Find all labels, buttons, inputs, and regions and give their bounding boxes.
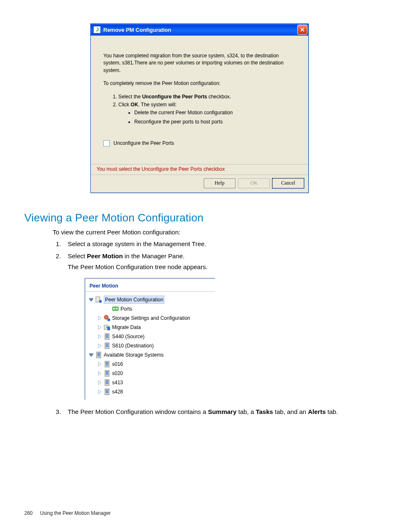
dialog-bullets: Delete the current Peer Motion configura…	[123, 109, 296, 126]
svg-marker-37	[98, 380, 101, 385]
tree-node-migrate[interactable]: Migrate Data	[89, 323, 213, 332]
svg-marker-22	[89, 354, 93, 357]
svg-marker-6	[98, 316, 101, 320]
svg-rect-40	[106, 382, 108, 383]
chevron-right-icon[interactable]	[97, 362, 102, 367]
dialog-title: Remove PM Configuration	[103, 27, 297, 33]
svg-rect-39	[106, 380, 108, 381]
peer-motion-tree-panel: Peer Motion Peer Motion Configuration Po…	[84, 278, 215, 400]
chevron-right-icon[interactable]	[97, 371, 102, 376]
close-button[interactable]: ✕	[297, 25, 307, 35]
svg-marker-0	[89, 298, 93, 301]
dialog-body: You have completed migration from the so…	[91, 36, 308, 164]
storage-icon	[104, 361, 110, 368]
svg-rect-8	[107, 319, 110, 321]
storage-icon	[104, 342, 110, 349]
tree-label: s016	[112, 360, 123, 368]
chapter-name: Using the Peer Motion Manager	[40, 510, 110, 516]
svg-rect-26	[97, 355, 100, 356]
step-1: Select a storage system in the Managemen…	[63, 239, 375, 249]
tree-node-source[interactable]: S440 (Source)	[89, 332, 213, 341]
svg-marker-42	[98, 390, 101, 394]
help-button[interactable]: Help	[204, 178, 235, 188]
tree-label: S610 (Destination)	[112, 342, 153, 350]
remove-pm-config-dialog: Remove PM Configuration ✕ You have compl…	[90, 23, 309, 193]
storage-icon	[95, 352, 102, 358]
svg-rect-30	[106, 363, 108, 364]
svg-rect-5	[116, 308, 118, 309]
checkbox-row: Unconfigure the Peer Ports	[103, 140, 296, 147]
chevron-right-icon[interactable]	[97, 325, 102, 330]
svg-marker-17	[98, 344, 101, 348]
svg-rect-21	[106, 346, 108, 347]
error-message: You must select the Unconfigure the Peer…	[91, 164, 308, 175]
tree-header: Peer Motion	[85, 279, 215, 292]
tree-node-available[interactable]: Available Storage Systems	[89, 350, 213, 360]
tree-node-root[interactable]: Peer Motion Configuration	[89, 295, 213, 304]
button-row: Help OK Cancel	[91, 175, 308, 193]
svg-rect-29	[106, 362, 108, 363]
ports-icon	[112, 306, 119, 312]
titlebar: Remove PM Configuration ✕	[91, 24, 308, 36]
dialog-bullet-1: Delete the current Peer Motion configura…	[134, 109, 296, 116]
checkbox-label: Unconfigure the Peer Ports	[113, 140, 174, 146]
chevron-right-icon[interactable]	[97, 380, 102, 385]
app-icon	[93, 26, 101, 33]
tree-label: s020	[112, 370, 123, 377]
tree-label: S440 (Source)	[112, 333, 144, 340]
chevron-right-icon[interactable]	[97, 316, 102, 321]
svg-rect-15	[106, 336, 108, 337]
chevron-down-icon[interactable]	[89, 352, 94, 357]
svg-rect-25	[97, 354, 100, 355]
tree-node-s020[interactable]: s020	[89, 369, 213, 378]
settings-icon	[104, 315, 110, 321]
tree-label: s413	[112, 379, 123, 386]
close-icon: ✕	[300, 26, 305, 33]
tree-label: s428	[112, 388, 123, 396]
tree-label: Ports	[120, 305, 132, 313]
documentation-page: { "dialog": { "title": "Remove PM Config…	[0, 0, 399, 532]
svg-rect-24	[97, 353, 100, 354]
storage-icon	[104, 379, 110, 386]
chevron-right-icon[interactable]	[97, 334, 102, 339]
tree-node-s413[interactable]: s413	[89, 378, 213, 387]
migrate-icon	[104, 324, 110, 331]
section-intro: To view the current Peer Motion configur…	[53, 228, 375, 237]
svg-rect-20	[106, 345, 108, 346]
svg-rect-36	[106, 374, 108, 375]
svg-rect-44	[106, 390, 108, 391]
chevron-right-icon[interactable]	[97, 343, 102, 348]
cancel-button[interactable]: Cancel	[272, 178, 304, 188]
tree-label: Migrate Data	[112, 324, 141, 331]
svg-rect-46	[106, 392, 108, 393]
tree-node-storage[interactable]: Storage Settings and Configuration	[89, 314, 213, 323]
dialog-step-1: Select the Unconfigure the Peer Ports ch…	[118, 93, 296, 100]
unconfigure-checkbox[interactable]	[103, 140, 110, 146]
section-steps: Select a storage system in the Managemen…	[53, 239, 375, 416]
tree-node-s428[interactable]: s428	[89, 387, 213, 396]
svg-rect-2	[99, 300, 102, 303]
svg-rect-19	[106, 344, 108, 344]
ok-button[interactable]: OK	[238, 178, 270, 188]
storage-icon	[104, 370, 110, 377]
svg-rect-16	[106, 337, 108, 338]
chevron-right-icon[interactable]	[97, 389, 102, 394]
svg-rect-41	[106, 383, 108, 384]
svg-rect-34	[106, 371, 108, 372]
svg-marker-32	[98, 371, 101, 375]
page-number: 260	[24, 510, 33, 516]
tree-node-ports[interactable]: Ports	[89, 304, 213, 314]
chevron-down-icon[interactable]	[89, 297, 94, 302]
svg-rect-45	[106, 391, 108, 392]
tree-label: Peer Motion Configuration	[104, 296, 164, 304]
section-heading: Viewing a Peer Motion Configuration	[24, 211, 375, 224]
dialog-step-2: Click OK. The system will: Delete the cu…	[118, 101, 296, 126]
page-footer: 260 Using the Peer Motion Manager	[24, 510, 111, 516]
tree: Peer Motion Configuration Ports Storage …	[85, 292, 215, 397]
tree-node-destination[interactable]: S610 (Destination)	[89, 341, 213, 350]
dialog-text-1: You have completed migration from the so…	[103, 52, 296, 74]
step-2-sub: The Peer Motion Configuration tree node …	[68, 262, 375, 272]
tree-node-s016[interactable]: s016	[89, 360, 213, 369]
dialog-text-2: To completely remove the Peer Motion con…	[103, 80, 296, 87]
svg-marker-9	[98, 325, 101, 329]
